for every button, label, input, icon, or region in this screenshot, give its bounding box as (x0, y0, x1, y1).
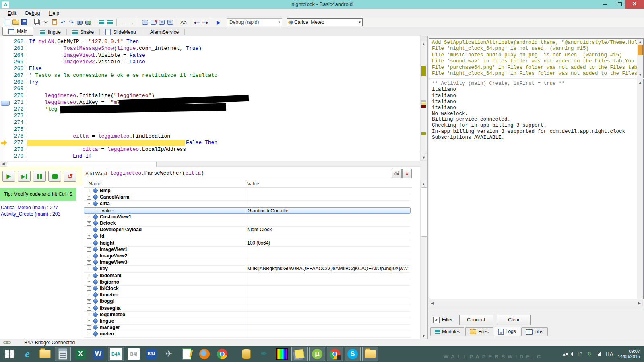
expand-icon[interactable]: + (87, 195, 91, 200)
scroll-up-arrow[interactable]: ▲ (637, 79, 643, 85)
taskbar-explorer[interactable] (362, 347, 378, 361)
watch-row-developerpayload[interactable]: DeveloperPayloadNight Clock (84, 226, 411, 233)
watch-row-citta[interactable]: −citta (84, 200, 411, 207)
watch-row-manager[interactable]: +manager (84, 324, 411, 331)
expand-icon[interactable]: + (87, 254, 91, 258)
scroll-left-arrow[interactable]: ◀ (0, 161, 6, 166)
copy-button[interactable] (33, 18, 41, 26)
scroll-right-arrow[interactable]: ▶ (636, 300, 642, 306)
expand-icon[interactable]: + (87, 215, 91, 219)
network-flag-icon[interactable]: ⚐ (578, 351, 583, 357)
code-line[interactable]: citta = leggimeteo.FindLocation (29, 133, 170, 140)
toggle-breakpoint-button[interactable] (141, 18, 149, 26)
close-button[interactable]: ✕ (625, 0, 644, 9)
restore-button[interactable] (613, 0, 625, 9)
clear-breakpoints-button[interactable] (149, 18, 157, 26)
watch-row-fd[interactable]: +fd (84, 233, 411, 240)
redo-button[interactable]: ↷ (67, 18, 75, 26)
volume-icon[interactable] (570, 352, 573, 356)
collapse-icon[interactable]: − (87, 202, 91, 206)
taskbar-sql-tool[interactable]: ✒ (256, 347, 272, 361)
watch-row-lingue[interactable]: +lingue (84, 318, 411, 325)
scrollbar-thumb[interactable] (638, 45, 643, 55)
watch-row-bmp[interactable]: +Bmp (84, 187, 411, 194)
taskbar-file-manager[interactable] (37, 347, 53, 361)
undo-button[interactable]: ↶ (59, 18, 67, 26)
taskbar-excel[interactable]: X (72, 347, 89, 361)
watch-row-value[interactable]: valueGiardini di Corcolle (84, 207, 411, 214)
warnings-scrollbar[interactable]: ▲ ▼ (637, 39, 643, 78)
navigate-forward-button[interactable]: → (128, 18, 136, 26)
scroll-down-arrow[interactable]: ▼ (421, 333, 427, 339)
tab-logs[interactable]: Logs (494, 327, 520, 336)
goto-line-button[interactable] (106, 18, 114, 26)
taskbar-color-tool[interactable] (274, 347, 290, 361)
taskbar-start-button[interactable] (2, 347, 18, 361)
new-file-button[interactable] (3, 18, 11, 26)
scroll-down-arrow[interactable]: ▼ (637, 72, 643, 78)
watch-row-lbmeteo[interactable]: +lbmeteo (84, 292, 411, 298)
taskbar-word[interactable]: W (90, 347, 106, 361)
main-log-box[interactable]: ** Activity (main) Create, isFirst = tru… (429, 79, 644, 299)
taskbar-internet-explorer[interactable]: e (19, 347, 35, 361)
scroll-up-arrow[interactable]: ▲ (421, 41, 427, 47)
minimize-button[interactable] (599, 0, 611, 9)
watch-row-meteo[interactable]: +meteo (84, 331, 411, 337)
find-button[interactable] (76, 18, 84, 26)
outdent-button[interactable]: ◂≣ (193, 18, 201, 26)
find-add-button[interactable] (84, 18, 92, 26)
expand-icon[interactable]: + (87, 319, 91, 323)
uncomment-button[interactable]: » (166, 18, 174, 26)
expand-icon[interactable]: + (87, 299, 91, 304)
module-selector-dropdown[interactable]: Carica_Meteo▾ (287, 18, 363, 26)
scroll-up-arrow[interactable]: ▲ (637, 39, 643, 45)
watch-row-lbgiorno[interactable]: +lbgiorno (84, 279, 411, 286)
watch-row-imageview2[interactable]: +ImageView2 (84, 253, 411, 259)
watch-row-imageview1[interactable]: +ImageView1 (84, 246, 411, 253)
expand-icon[interactable]: + (87, 306, 91, 311)
build-config-dropdown[interactable]: Debug (rapid)▾ (227, 18, 282, 26)
expand-icon[interactable]: + (87, 280, 91, 284)
call-stack-link[interactable]: Activity_Create (main) : 203 (1, 211, 60, 217)
tab-alarmservice[interactable]: AlarmService (142, 28, 184, 36)
expand-icon[interactable]: + (87, 274, 91, 278)
taskbar-plane-tool[interactable]: ✈ (161, 347, 177, 361)
expand-icon[interactable]: + (87, 293, 91, 297)
code-line[interactable]: ImageView2.Visible = False (29, 59, 145, 66)
step-over-button[interactable]: ▶ (18, 171, 31, 182)
connect-button[interactable]: Connect (459, 315, 493, 325)
tab-shake[interactable]: Shake (67, 28, 99, 36)
watch-row-cancelalarm[interactable]: +CancelAlarm (84, 194, 411, 201)
language-indicator[interactable]: ITA (606, 351, 613, 357)
expand-icon[interactable]: + (87, 286, 91, 291)
watch-row-leggimeteo[interactable]: +leggimeteo (84, 311, 411, 318)
code-line[interactable]: End If (29, 153, 92, 160)
code-line[interactable]: ' Testo se la connessione è ok e se rest… (29, 72, 217, 79)
expand-icon[interactable]: + (87, 313, 91, 317)
editor-vertical-scrollbar[interactable]: ▲ ▼ (420, 36, 427, 161)
stop-button[interactable] (48, 171, 61, 182)
select-all-button[interactable] (97, 18, 105, 26)
code-editor[interactable]: 262If myLAN.GetMyIP = "127.0.0.1" Then26… (0, 36, 420, 161)
taskbar-clock[interactable]: 09:0714/03/2015 (618, 349, 640, 359)
tab-modules[interactable]: Modules (430, 327, 464, 336)
taskbar-calculator[interactable] (55, 347, 71, 361)
warnings-log-box[interactable]: Add SetApplicationAttribute(android:them… (429, 38, 644, 78)
code-line[interactable]: ImageView1.Visible = False (29, 52, 145, 59)
call-stack-link[interactable]: Carica_Meteo (main) : 277 (1, 205, 58, 210)
taskbar-chrome[interactable] (214, 347, 230, 361)
open-file-button[interactable] (12, 18, 20, 26)
taskbar-firefox[interactable] (196, 347, 213, 361)
watch-row-lbdomani[interactable]: +lbdomani (84, 272, 411, 279)
signal-icon[interactable] (597, 352, 601, 356)
watch-row-dclock[interactable]: +Dclock (84, 220, 411, 227)
taskbar-b4j[interactable]: B4J (143, 347, 159, 361)
watch-row-height[interactable]: height100 (0x64) (84, 240, 411, 247)
menu-help[interactable]: Help (45, 10, 63, 17)
scrollbar-thumb[interactable] (421, 187, 427, 237)
code-line[interactable]: 'leg (29, 106, 57, 113)
log-scrollbar[interactable]: ▲ (637, 79, 643, 299)
scroll-down-arrow[interactable]: ▼ (421, 154, 427, 160)
delete-watch-button[interactable]: × (402, 169, 412, 178)
expand-icon[interactable]: + (87, 221, 91, 226)
